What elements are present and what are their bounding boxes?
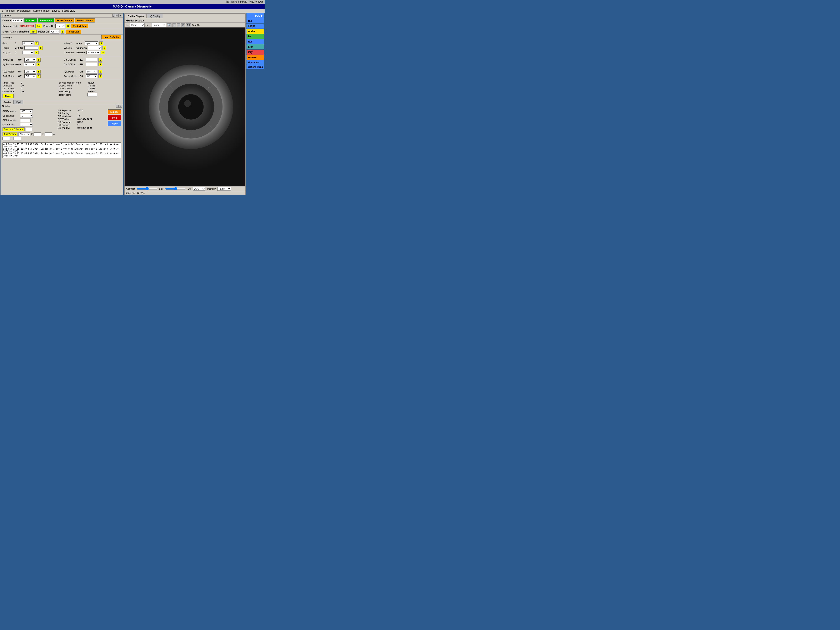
connect-btn[interactable]: Connect (24, 18, 37, 22)
ctrl-mode-s-btn[interactable]: S (101, 51, 105, 54)
wheel2-s-btn[interactable]: S (103, 46, 106, 50)
menu-item-themes[interactable]: Themes (6, 9, 14, 12)
tab-iq-display[interactable]: IQ Display (147, 14, 163, 18)
scale-select[interactable]: Linear (151, 23, 166, 27)
menu-item-layout[interactable]: Layout (52, 9, 60, 12)
focus-motor-s-btn[interactable]: S (98, 74, 102, 78)
wheel1-value: open (76, 42, 84, 44)
sub-window-mode-select[interactable]: Click (19, 132, 30, 136)
tcs-item-ondar[interactable]: ondar (246, 29, 264, 34)
reset-galil-btn[interactable]: Reset Galil (66, 30, 81, 34)
close-btn[interactable]: Close (3, 94, 14, 98)
zoom-reset-btn[interactable]: ⊡ (181, 23, 185, 27)
fw2-s-btn[interactable]: S (37, 74, 41, 78)
progn-select[interactable]: 1 (22, 51, 34, 54)
tcs-item-he[interactable]: he (246, 34, 264, 39)
tcs-item-operations-menu[interactable]: erations_Menu (246, 65, 264, 69)
tab-guider-display[interactable]: Guider Display (125, 14, 147, 18)
power-select[interactable]: On (55, 24, 65, 28)
load-defaults-btn[interactable]: Load Defaults (101, 35, 121, 39)
focus-input[interactable]: 770.000 (24, 46, 38, 50)
zoom-out-btn[interactable]: − (177, 23, 180, 27)
intensity-select[interactable]: Ramp (217, 187, 231, 191)
guider-minimize-btn[interactable]: _ (115, 105, 118, 108)
tcs-item-rall[interactable]: rall (246, 18, 264, 23)
fw1-s-btn[interactable]: S (37, 70, 41, 74)
menu-item-preferences[interactable]: Preferences (17, 9, 31, 12)
expose-btn[interactable]: Expose (108, 109, 121, 114)
color-select[interactable]: Grey (130, 23, 145, 27)
menu-item-focus-view[interactable]: Focus View (62, 9, 75, 12)
bias-slider[interactable] (165, 187, 186, 190)
iqpos-s-btn[interactable]: S (36, 63, 40, 66)
ctrl-mode-select[interactable]: External (87, 51, 100, 54)
wheel1-select[interactable]: open (85, 41, 98, 45)
cut-select[interactable]: JSky (193, 187, 205, 191)
ch1-s-btn[interactable]: S (98, 58, 102, 62)
gain-select[interactable]: 0 (22, 41, 34, 45)
ch1-offset-input[interactable]: 467 (86, 58, 97, 62)
save-n-input[interactable]: 1 (25, 128, 32, 131)
x-input[interactable]: 0 (33, 133, 41, 136)
y-input[interactable]: 0 (44, 133, 52, 136)
reconnect-btn[interactable]: Reconnect (38, 18, 54, 22)
zoom-actual-btn[interactable]: 1:1 (186, 23, 191, 27)
power-s-btn[interactable]: S (66, 24, 70, 28)
restart-cam-btn[interactable]: Restart Cam (71, 24, 88, 28)
target-temp-input[interactable]: 0 (87, 93, 97, 96)
nmbr-reps-value: 0 (21, 82, 22, 84)
gain-s-btn[interactable]: S (35, 41, 38, 45)
maximize-btn[interactable]: □ (115, 14, 118, 17)
iq-pos-row: IQ PositionUnkno... IN S (3, 62, 60, 67)
close-window-btn[interactable]: × (119, 14, 122, 17)
iql-s-btn[interactable]: S (98, 70, 102, 74)
menu-item-camera-image[interactable]: Camera Image (33, 9, 50, 12)
gf-interleave-input[interactable]: 10 (20, 118, 31, 122)
tcs-item-rument[interactable]: rument (246, 55, 264, 60)
tcs-item-scope[interactable]: scope (246, 24, 264, 28)
focus-motor-select[interactable]: Off (86, 74, 97, 78)
gf-exposure-select[interactable]: 300 (20, 109, 33, 113)
gs-binning-select[interactable]: 1 (20, 123, 33, 126)
sub-window-btn[interactable]: Sub Window (3, 132, 17, 136)
iq-pos-select[interactable]: IN (24, 63, 35, 66)
save-n-btn[interactable]: Save next N Images (3, 127, 25, 131)
tcs-item-tter[interactable]: tter (246, 39, 264, 44)
refresh-status-btn[interactable]: Refresh Status (75, 18, 95, 22)
wheel1-s-btn[interactable]: S (99, 41, 103, 45)
tcs-item-operation[interactable]: Operatio × (246, 60, 264, 65)
apply-btn[interactable]: Apply (108, 121, 121, 126)
tab-iqm[interactable]: IQM (14, 100, 23, 104)
focus-s-btn[interactable]: S (39, 46, 43, 50)
zoom-in-btn[interactable]: + (172, 23, 176, 27)
wheel2-select[interactable] (88, 46, 101, 50)
reset-camera-btn[interactable]: Reset Camera (55, 18, 74, 22)
mech-power-select[interactable]: On (50, 30, 59, 33)
ch1-offset-label: Ch 1 Offset (64, 58, 79, 61)
ch2-offset-input[interactable]: 419 (86, 63, 97, 66)
w-input[interactable]: 60 (3, 137, 10, 141)
iqm-mode-select[interactable]: Off (24, 58, 36, 62)
tab-guider[interactable]: Guider (1, 100, 14, 104)
gf-binning-select[interactable]: 1 (20, 114, 33, 118)
camera-select[interactable]: IrisSlit (12, 19, 23, 22)
zoom-fit-btn[interactable]: 🔍 (167, 23, 172, 27)
guider-close-btn[interactable]: × (119, 105, 122, 108)
mech-init-btn[interactable]: Init (30, 30, 37, 34)
image-area[interactable] (125, 27, 245, 186)
menu-item-e[interactable]: e (2, 9, 3, 12)
mech-s-btn[interactable]: S (61, 30, 65, 33)
iqm-s-btn[interactable]: S (37, 58, 41, 62)
fw2-motor-select[interactable]: Off (24, 74, 36, 78)
h-input[interactable]: 60 (14, 137, 21, 141)
contrast-slider[interactable] (137, 187, 158, 190)
iql-motor-select[interactable]: Off (86, 70, 97, 74)
progn-s-btn[interactable]: S (35, 51, 38, 54)
tcs-item-iary[interactable]: iary (246, 50, 264, 55)
minimize-btn[interactable]: _ (112, 14, 115, 17)
stop-btn[interactable]: Stop (108, 115, 121, 120)
tcs-item-ator[interactable]: ator (246, 44, 264, 49)
camera-init-btn[interactable]: Init (35, 24, 42, 28)
fw1-motor-select[interactable]: Off (24, 70, 36, 74)
ch2-s-btn[interactable]: S (98, 63, 102, 66)
